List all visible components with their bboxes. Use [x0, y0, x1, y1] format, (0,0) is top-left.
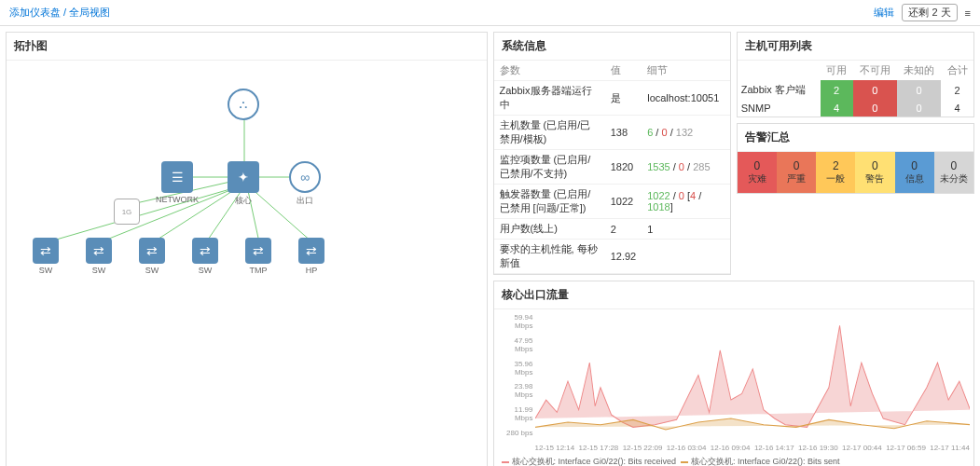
- traffic-chart[interactable]: 59.94 Mbps47.95 Mbps35.96 Mbps23.98 Mbps…: [494, 309, 974, 454]
- table-row: 监控项数量 (已启用/已禁用/不支持)18201535 / 0 / 285: [494, 150, 730, 185]
- panel-title: 核心出口流量: [494, 281, 974, 309]
- alert-row: 0灾难0严重2一般0警告0信息0未分类: [738, 152, 973, 193]
- alert-box[interactable]: 0未分类: [934, 152, 973, 193]
- edit-link[interactable]: 编辑: [874, 6, 894, 20]
- table-row: Zabbix服务器端运行中是localhost:10051: [494, 81, 730, 116]
- alert-box[interactable]: 2一般: [816, 152, 855, 193]
- col-detail: 细节: [642, 61, 730, 81]
- topo-node-core[interactable]: ✦核心: [228, 161, 259, 207]
- top-bar: 添加仪表盘 / 全局视图 编辑 还剩 2 天 ≡: [0, 0, 980, 26]
- top-right: 编辑 还剩 2 天 ≡: [874, 4, 971, 21]
- sysinfo-panel: 系统信息 参数 值 细节 Zabbix服务器端运行中是localhost:100…: [493, 32, 731, 275]
- topo-node-right[interactable]: ∞出口: [289, 161, 321, 207]
- hosts-table: 可用不可用未知的合计 Zabbix 客户端2002 SNMP4004: [738, 61, 973, 116]
- topo-node-sw2[interactable]: ⇄SW: [86, 238, 112, 275]
- table-row: 主机数量 (已启用/已禁用/模板)1386 / 0 / 132: [494, 116, 730, 150]
- y-axis: 59.94 Mbps47.95 Mbps35.96 Mbps23.98 Mbps…: [496, 313, 533, 437]
- panel-title: 告警汇总: [738, 124, 973, 152]
- switch-icon: ⇄: [139, 238, 165, 264]
- table-header: 可用不可用未知的合计: [738, 61, 973, 80]
- box-icon: 1G: [114, 199, 140, 225]
- col-value: 值: [605, 61, 642, 81]
- sysinfo-table: 参数 值 细节 Zabbix服务器端运行中是localhost:10051 主机…: [494, 61, 730, 274]
- svg-line-3: [47, 186, 240, 242]
- cloud-icon: ⛬: [228, 89, 259, 120]
- plot-area: [535, 313, 971, 437]
- alert-box[interactable]: 0警告: [855, 152, 894, 193]
- breadcrumb-root[interactable]: 添加仪表盘: [9, 7, 61, 18]
- right-column: 系统信息 参数 值 细节 Zabbix服务器端运行中是localhost:100…: [493, 32, 975, 466]
- topo-node-sw1[interactable]: ⇄SW: [33, 238, 59, 275]
- hosts-panel: 主机可用列表 可用不可用未知的合计 Zabbix 客户端2002 SNMP400…: [737, 32, 974, 117]
- alerts-panel: 告警汇总 0灾难0严重2一般0警告0信息0未分类: [737, 123, 974, 194]
- table-row: 触发器数量 (已启用/已禁用 [问题/正常])10221022 / 0 [4 /…: [494, 185, 730, 219]
- alert-box[interactable]: 0信息: [895, 152, 934, 193]
- topo-node-sw3[interactable]: ⇄SW: [139, 238, 165, 275]
- days-remaining-badge: 还剩 2 天: [902, 4, 957, 21]
- switch-icon: ⇄: [245, 238, 271, 264]
- panel-title: 主机可用列表: [738, 33, 973, 61]
- topo-node-mini[interactable]: 1G: [114, 199, 140, 226]
- topo-node-left[interactable]: ☰NETWORK: [156, 161, 199, 204]
- switch-icon: ⇄: [86, 238, 112, 264]
- topo-node-sw6[interactable]: ⇄HP: [298, 238, 324, 275]
- topo-node-sw4[interactable]: ⇄SW: [192, 238, 218, 275]
- menu-icon[interactable]: ≡: [965, 7, 971, 19]
- chart-legend: 核心交换机: Interface Gi0/22(): Bits received…: [494, 454, 974, 466]
- x-axis: 12-15 12:1412-15 17:2812-15 22:0912-16 0…: [535, 444, 971, 452]
- panel-title: 系统信息: [494, 33, 730, 61]
- switch-icon: ⇄: [298, 238, 324, 264]
- right-top-right: 主机可用列表 可用不可用未知的合计 Zabbix 客户端2002 SNMP400…: [737, 32, 974, 275]
- panel-title: 拓扑图: [7, 33, 487, 61]
- alert-box[interactable]: 0灾难: [738, 152, 777, 193]
- traffic-panel: 核心出口流量 59.94 Mbps47.95 Mbps35.96 Mbps23.…: [493, 281, 975, 466]
- traffic-svg: [535, 313, 971, 437]
- switch-icon: ✦: [228, 161, 259, 193]
- topology-canvas[interactable]: ⛬ ☰NETWORK ✦核心 ∞出口 1G ⇄SW ⇄SW ⇄SW ⇄SW ⇄T…: [7, 61, 487, 340]
- table-header: 参数 值 细节: [494, 61, 730, 81]
- link-icon: ∞: [289, 161, 321, 193]
- table-row: SNMP4004: [738, 100, 973, 116]
- table-row: 用户数(线上)21: [494, 219, 730, 240]
- breadcrumb[interactable]: 添加仪表盘 / 全局视图: [9, 6, 110, 20]
- table-row: Zabbix 客户端2002: [738, 80, 973, 100]
- alert-box[interactable]: 0严重: [777, 152, 816, 193]
- topology-panel: 拓扑图 ⛬ ☰NETWORK ✦核心 ∞出口: [6, 32, 488, 466]
- topo-node-top[interactable]: ⛬: [228, 89, 259, 122]
- switch-icon: ⇄: [192, 238, 218, 264]
- col-param: 参数: [494, 61, 605, 81]
- topo-node-sw5[interactable]: ⇄TMP: [245, 238, 271, 275]
- switch-icon: ⇄: [33, 238, 59, 264]
- server-icon: ☰: [161, 161, 193, 193]
- breadcrumb-current[interactable]: 全局视图: [69, 7, 110, 18]
- table-row: 要求的主机性能, 每秒新值12.92: [494, 240, 730, 274]
